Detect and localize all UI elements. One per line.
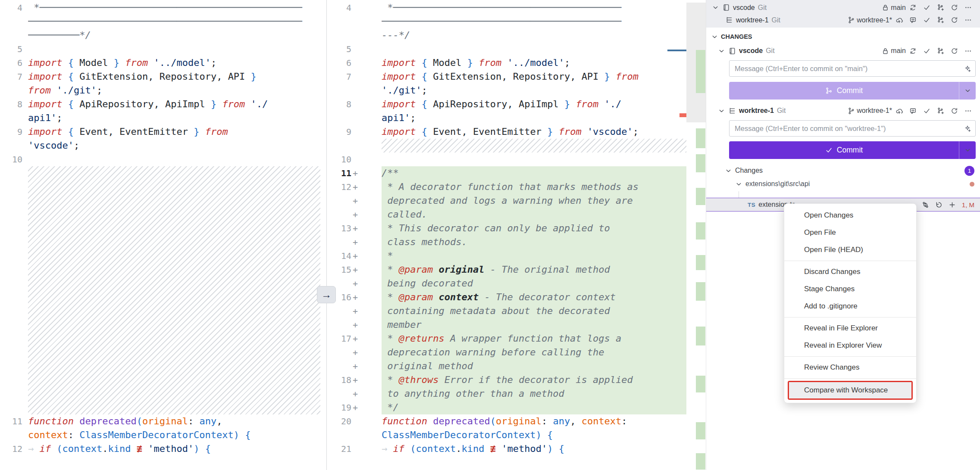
code-line[interactable]: ClassMemberDecoratorContext) { [327, 428, 706, 442]
code-line[interactable]: 12+ * A decorator function that marks me… [327, 180, 706, 194]
refresh-icon[interactable] [950, 47, 958, 55]
code-line[interactable]: 14+ * [327, 249, 706, 263]
code-line[interactable]: './git'; [327, 84, 706, 97]
branch-indicator[interactable]: main [881, 47, 906, 55]
refresh-icon[interactable] [950, 16, 958, 24]
menu-item-review-changes[interactable]: Review Changes [784, 359, 916, 376]
diff-editor-original[interactable]: 4 *─────────────────────────────────────… [0, 0, 326, 470]
code-line[interactable]: 9import { Event, EventEmitter } from 'vs… [327, 125, 706, 139]
refresh-icon[interactable] [950, 107, 958, 115]
code-line[interactable]: 4 *─────────────────────────────────────… [327, 1, 706, 15]
comment-icon[interactable] [909, 16, 917, 24]
branch-plus-icon[interactable] [936, 107, 944, 115]
code-line[interactable]: 11+/** [327, 166, 706, 180]
code-line[interactable]: 12→ if (context.kind ≢ 'method') { [0, 442, 326, 456]
branch-plus-icon[interactable] [936, 47, 944, 55]
branch-indicator[interactable]: worktree-1* [847, 16, 892, 24]
code-line[interactable]: ────────────────────────────────────────… [327, 15, 706, 28]
check-icon[interactable] [923, 4, 930, 12]
branch-indicator[interactable]: worktree-1* [847, 107, 892, 115]
more-icon[interactable] [964, 16, 972, 24]
code-line[interactable]: + containing metadata about the decorate… [327, 304, 706, 318]
commit-message-field[interactable] [734, 124, 960, 133]
code-line[interactable]: 17+ * @returns A wrapper function that l… [327, 332, 706, 345]
code-line[interactable]: 7import { GitExtension, Repository, API … [0, 70, 326, 84]
code-line[interactable]: + deprecation warning before calling the [327, 345, 706, 359]
commit-dropdown-button[interactable] [959, 82, 976, 100]
code-line[interactable]: api1'; [327, 111, 706, 125]
code-line[interactable]: 6import { Model } from '../model'; [327, 56, 706, 70]
code-line[interactable]: ────────────────────────────────────────… [0, 15, 326, 28]
code-line[interactable]: 13+ * This decorator can only be applied… [327, 221, 706, 235]
menu-item-stage-changes[interactable]: Stage Changes [784, 280, 916, 298]
branch-indicator[interactable]: main [881, 4, 906, 12]
code-line[interactable]: api1'; [0, 111, 326, 125]
branch-plus-icon[interactable] [936, 16, 944, 24]
tree-item-changes[interactable]: Changes 1 [706, 164, 980, 177]
more-icon[interactable] [964, 47, 972, 55]
repository-row-worktree-1[interactable]: worktree-1Gitworktree-1* [706, 14, 980, 26]
code-line[interactable]: 5 [327, 42, 706, 56]
sparkle-icon[interactable] [963, 125, 971, 132]
sync-icon[interactable] [909, 4, 917, 12]
menu-item-discard-changes[interactable]: Discard Changes [784, 263, 916, 280]
check-icon[interactable] [923, 47, 930, 55]
cloud-icon[interactable] [895, 16, 903, 24]
diff-editor-modified[interactable]: 4 *─────────────────────────────────────… [327, 0, 706, 470]
menu-item-add-to-gitignore[interactable]: Add to .gitignore [784, 298, 916, 315]
repository-row-vscode[interactable]: vscodeGitmain [706, 1, 980, 14]
commit-button-worktree-1[interactable]: Commit [729, 141, 976, 159]
comment-icon[interactable] [909, 107, 917, 115]
code-line[interactable]: 18+ * @throws Error if the decorator is … [327, 373, 706, 387]
branch-plus-icon[interactable] [936, 4, 944, 12]
code-line[interactable]: ---*/ [327, 28, 706, 42]
cloud-icon[interactable] [895, 107, 903, 115]
code-line[interactable]: 5 [0, 42, 326, 56]
code-line[interactable]: + original method [327, 359, 706, 373]
tree-item-folder[interactable]: extensions\git\src\api [706, 177, 980, 190]
code-line[interactable]: 9import { Event, EventEmitter } from [0, 125, 326, 139]
refresh-icon[interactable] [950, 4, 958, 12]
code-line[interactable]: + to anything other than a method [327, 387, 706, 401]
compare-icon[interactable] [922, 201, 930, 209]
check-icon[interactable] [923, 107, 930, 115]
code-line[interactable]: + class methods. [327, 235, 706, 249]
more-icon[interactable] [964, 4, 972, 12]
code-line[interactable]: 8import { ApiRepository, ApiImpl } from … [0, 97, 326, 111]
code-line[interactable]: 10 [0, 153, 326, 166]
plus-icon[interactable] [949, 201, 956, 209]
code-line[interactable]: + being decorated [327, 277, 706, 290]
revert-block-arrow-button[interactable]: → [317, 286, 336, 303]
changes-section-header[interactable]: CHANGES [706, 30, 980, 43]
code-line[interactable]: 6import { Model } from '../model'; [0, 56, 326, 70]
menu-item-compare-with-workspace[interactable]: Compare with Workspace [789, 382, 911, 398]
menu-item-open-file-head-[interactable]: Open File (HEAD) [784, 241, 916, 258]
code-line[interactable]: 16+ * @param context - The decorator con… [327, 290, 706, 304]
code-line[interactable]: 15+ * @param original - The original met… [327, 263, 706, 277]
commit-dropdown-button[interactable] [959, 141, 976, 159]
check-icon[interactable] [923, 16, 930, 24]
code-line[interactable]: from './git'; [0, 84, 326, 97]
changes-group-header-vscode[interactable]: vscodeGitmain [706, 44, 980, 58]
sparkle-icon[interactable] [963, 65, 971, 72]
code-line[interactable]: + member [327, 318, 706, 332]
code-line[interactable]: 11function deprecated(original: any, [0, 414, 326, 428]
commit-button-vscode[interactable]: Commit [729, 82, 976, 100]
code-line[interactable]: 20function deprecated(original: any, con… [327, 414, 706, 428]
code-line[interactable]: 21→ if (context.kind ≢ 'method') { [327, 442, 706, 456]
code-line[interactable]: 10 [327, 153, 706, 166]
menu-item-reveal-in-explorer-view[interactable]: Reveal in Explorer View [784, 337, 916, 354]
code-line[interactable]: 7import { GitExtension, Repository, API … [327, 70, 706, 84]
code-line[interactable]: ─────────*/ [0, 28, 326, 42]
menu-item-reveal-in-file-explorer[interactable]: Reveal in File Explorer [784, 320, 916, 337]
code-line[interactable]: + called. [327, 208, 706, 221]
more-icon[interactable] [964, 107, 972, 115]
code-line[interactable]: 'vscode'; [0, 139, 326, 153]
code-line[interactable]: 4 *─────────────────────────────────────… [0, 1, 326, 15]
changes-group-header-worktree-1[interactable]: worktree-1Gitworktree-1* [706, 104, 980, 118]
code-line[interactable]: 19+ */ [327, 401, 706, 414]
sync-icon[interactable] [909, 47, 917, 55]
code-line[interactable]: + deprecated and logs a warning when the… [327, 194, 706, 208]
code-line[interactable]: context: ClassMemberDecoratorContext) { [0, 428, 326, 442]
menu-item-open-changes[interactable]: Open Changes [784, 207, 916, 224]
